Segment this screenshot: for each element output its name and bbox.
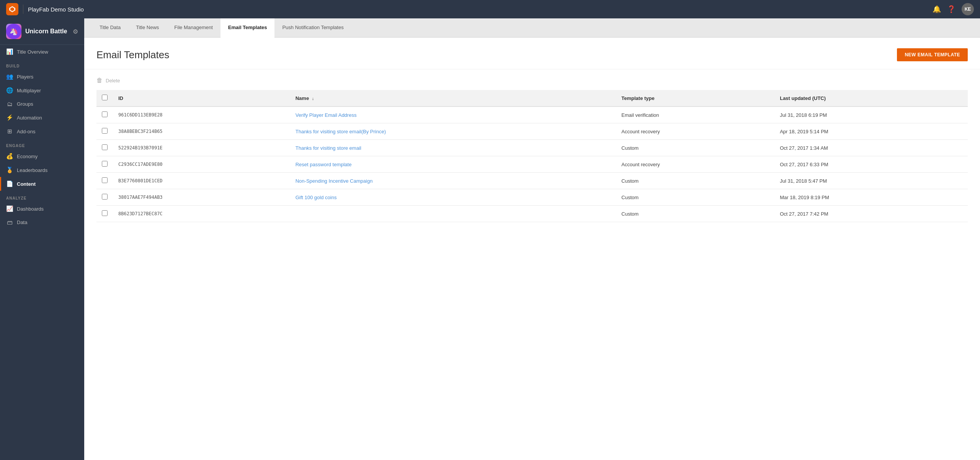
svg-text:🦄: 🦄 bbox=[10, 27, 18, 36]
tab-email-templates[interactable]: Email Templates bbox=[220, 18, 275, 38]
sidebar-item-leaderboards[interactable]: 🏅 Leaderboards bbox=[0, 163, 84, 177]
studio-title: PlayFab Demo Studio bbox=[28, 6, 84, 13]
cell-checkbox-1 bbox=[96, 123, 113, 140]
cell-id-0: 961C6DD113EB9E28 bbox=[113, 106, 290, 123]
cell-checkbox-0 bbox=[96, 106, 113, 123]
leaderboards-icon: 🏅 bbox=[6, 167, 13, 174]
topbar-divider bbox=[23, 5, 23, 14]
page-title: Email Templates bbox=[96, 49, 169, 61]
table-row: 38017AAE7F494AB3 Gift 100 gold coins Cus… bbox=[96, 189, 968, 206]
notification-icon[interactable]: 🔔 bbox=[933, 5, 941, 13]
table-row: B3E7760801DE1CED Non-Spending Incentive … bbox=[96, 173, 968, 189]
table-actions: 🗑 Delete bbox=[96, 77, 968, 84]
logo-icon bbox=[8, 5, 16, 13]
sidebar-item-title-overview[interactable]: 📊 Title Overview bbox=[0, 45, 84, 59]
multiplayer-icon: 🌐 bbox=[6, 87, 13, 94]
groups-label: Groups bbox=[17, 101, 33, 107]
cell-id-4: B3E7760801DE1CED bbox=[113, 173, 290, 189]
template-link-3[interactable]: Reset password template bbox=[296, 162, 352, 167]
cell-updated-6: Oct 27, 2017 7:42 PM bbox=[774, 206, 968, 222]
row-checkbox-4[interactable] bbox=[102, 177, 108, 183]
content-header: Email Templates NEW EMAIL TEMPLATE bbox=[84, 38, 980, 69]
economy-label: Economy bbox=[17, 154, 38, 159]
table-header-row: ID Name ↓ Template type Last updated (UT… bbox=[96, 90, 968, 106]
new-email-template-button[interactable]: NEW EMAIL TEMPLATE bbox=[897, 48, 968, 61]
cell-id-3: C2936CC17ADE9E80 bbox=[113, 156, 290, 173]
row-checkbox-1[interactable] bbox=[102, 128, 108, 134]
cell-name-0: Verify Player Email Address bbox=[290, 106, 616, 123]
tabbar: Title Data Title News File Management Em… bbox=[84, 18, 980, 38]
row-checkbox-5[interactable] bbox=[102, 194, 108, 200]
content-label: Content bbox=[17, 181, 36, 187]
table-row: C2936CC17ADE9E80 Reset password template… bbox=[96, 156, 968, 173]
tab-push-notifications[interactable]: Push Notification Templates bbox=[274, 18, 351, 38]
game-logo-svg: 🦄 bbox=[6, 24, 21, 39]
groups-icon: 🗂 bbox=[6, 101, 13, 107]
data-icon: 🗃 bbox=[6, 219, 13, 226]
cell-updated-4: Jul 31, 2018 5:47 PM bbox=[774, 173, 968, 189]
sidebar-item-content[interactable]: 📄 Content bbox=[0, 177, 84, 191]
sidebar-game-header: 🦄 Unicorn Battle ⚙ bbox=[0, 18, 84, 45]
cell-id-2: 522924B193B7091E bbox=[113, 140, 290, 156]
cell-updated-5: Mar 18, 2019 8:19 PM bbox=[774, 189, 968, 206]
cell-updated-0: Jul 31, 2018 6:19 PM bbox=[774, 106, 968, 123]
user-avatar[interactable]: KE bbox=[962, 3, 974, 15]
playfab-logo bbox=[6, 3, 18, 15]
template-link-4[interactable]: Non-Spending Incentive Campaign bbox=[296, 178, 373, 184]
row-checkbox-0[interactable] bbox=[102, 111, 108, 117]
table-container: 🗑 Delete ID Name bbox=[84, 69, 980, 230]
content-icon: 📄 bbox=[6, 180, 13, 187]
sidebar-item-groups[interactable]: 🗂 Groups bbox=[0, 97, 84, 111]
th-id: ID bbox=[113, 90, 290, 106]
th-checkbox bbox=[96, 90, 113, 106]
sidebar-item-multiplayer[interactable]: 🌐 Multiplayer bbox=[0, 83, 84, 97]
th-template-type: Template type bbox=[616, 90, 774, 106]
tab-file-management[interactable]: File Management bbox=[167, 18, 220, 38]
cell-name-5: Gift 100 gold coins bbox=[290, 189, 616, 206]
template-link-1[interactable]: Thanks for visiting store email(By Princ… bbox=[296, 129, 386, 134]
cell-name-6 bbox=[290, 206, 616, 222]
layout: 🦄 Unicorn Battle ⚙ 📊 Title Overview BUIL… bbox=[0, 18, 980, 460]
sidebar-item-dashboards[interactable]: 📈 Dashboards bbox=[0, 202, 84, 216]
topbar-left: PlayFab Demo Studio bbox=[6, 3, 84, 15]
template-link-5[interactable]: Gift 100 gold coins bbox=[296, 195, 337, 200]
table-row: 8B623D7127BEC87C Custom Oct 27, 2017 7:4… bbox=[96, 206, 968, 222]
table-row: 38A8BEBC3F214B65 Thanks for visiting sto… bbox=[96, 123, 968, 140]
sidebar: 🦄 Unicorn Battle ⚙ 📊 Title Overview BUIL… bbox=[0, 18, 84, 460]
cell-id-6: 8B623D7127BEC87C bbox=[113, 206, 290, 222]
automation-label: Automation bbox=[17, 115, 42, 121]
dashboards-icon: 📈 bbox=[6, 205, 13, 212]
data-label: Data bbox=[17, 219, 27, 225]
sidebar-item-economy[interactable]: 💰 Economy bbox=[0, 149, 84, 163]
cell-updated-1: Apr 18, 2019 5:14 PM bbox=[774, 123, 968, 140]
addons-label: Add-ons bbox=[17, 129, 35, 134]
row-checkbox-6[interactable] bbox=[102, 210, 108, 216]
cell-updated-3: Oct 27, 2017 6:33 PM bbox=[774, 156, 968, 173]
cell-type-0: Email verification bbox=[616, 106, 774, 123]
th-name[interactable]: Name ↓ bbox=[290, 90, 616, 106]
game-icon: 🦄 bbox=[6, 24, 21, 39]
delete-icon: 🗑 bbox=[96, 77, 103, 84]
table-body: 961C6DD113EB9E28 Verify Player Email Add… bbox=[96, 106, 968, 222]
template-link-0[interactable]: Verify Player Email Address bbox=[296, 112, 357, 118]
cell-type-6: Custom bbox=[616, 206, 774, 222]
template-link-2[interactable]: Thanks for visiting store email bbox=[296, 145, 361, 151]
content-area: Email Templates NEW EMAIL TEMPLATE 🗑 Del… bbox=[84, 38, 980, 460]
row-checkbox-3[interactable] bbox=[102, 161, 108, 167]
sidebar-item-players[interactable]: 👥 Players bbox=[0, 70, 84, 83]
select-all-checkbox[interactable] bbox=[102, 95, 108, 100]
delete-label: Delete bbox=[106, 78, 120, 83]
tab-title-news[interactable]: Title News bbox=[128, 18, 167, 38]
tab-title-data[interactable]: Title Data bbox=[92, 18, 128, 38]
overview-label: Title Overview bbox=[17, 49, 48, 55]
row-checkbox-2[interactable] bbox=[102, 144, 108, 150]
settings-icon[interactable]: ⚙ bbox=[73, 28, 78, 35]
sidebar-item-addons[interactable]: ⊞ Add-ons bbox=[0, 124, 84, 138]
sidebar-item-data[interactable]: 🗃 Data bbox=[0, 216, 84, 229]
cell-type-2: Custom bbox=[616, 140, 774, 156]
sidebar-section-build: BUILD bbox=[0, 59, 84, 70]
help-icon[interactable]: ❓ bbox=[947, 5, 956, 13]
cell-checkbox-6 bbox=[96, 206, 113, 222]
sidebar-item-automation[interactable]: ⚡ Automation bbox=[0, 111, 84, 124]
overview-icon: 📊 bbox=[6, 48, 13, 55]
